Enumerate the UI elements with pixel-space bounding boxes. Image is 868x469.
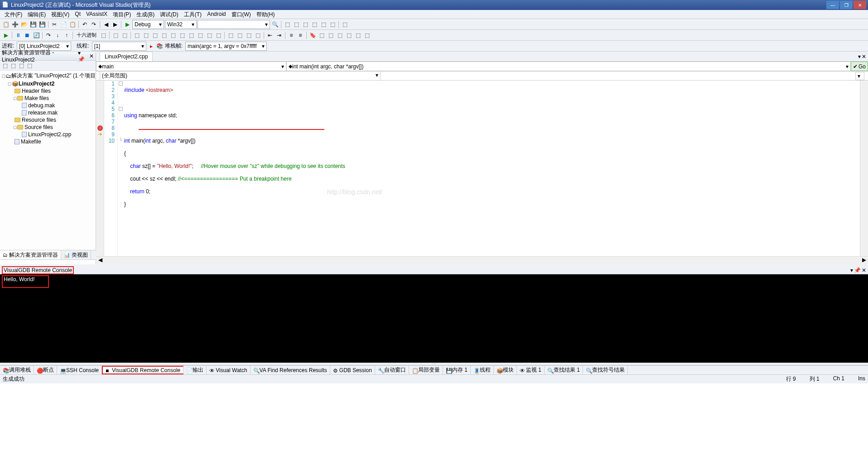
editor-tab-active[interactable]: LinuxProject2.cpp xyxy=(100,52,153,61)
refresh-icon[interactable]: ⬚ xyxy=(17,62,25,70)
go-button[interactable]: ✔Go xyxy=(851,62,868,71)
misc-icon-1[interactable]: ⬚ xyxy=(318,31,326,39)
cpp-file[interactable]: LinuxProject2.cpp xyxy=(1,131,95,138)
pause-icon[interactable]: ⏸ xyxy=(14,31,22,39)
source-folder[interactable]: ▢Source files xyxy=(1,124,95,131)
paste-icon[interactable]: 📋 xyxy=(68,20,77,29)
open-icon[interactable]: 📂 xyxy=(20,20,28,29)
tb-icon-4[interactable]: ⬚ xyxy=(310,20,318,29)
tab-threads[interactable]: 🧵线程 xyxy=(471,366,494,374)
tb-icon-6[interactable]: ⬚ xyxy=(328,20,337,29)
step-into-icon[interactable]: ↓ xyxy=(53,31,62,39)
tab-solution-explorer[interactable]: 🗂解决方案资源管理器 xyxy=(0,250,61,259)
panel-close-icon[interactable]: ✕ xyxy=(89,53,94,59)
global-scope-dropdown[interactable]: (全局范围)▾ xyxy=(100,71,381,81)
tab-class-view[interactable]: 📊类视图 xyxy=(61,250,91,259)
tb-icon-5[interactable]: ⬚ xyxy=(319,20,328,29)
save-icon[interactable]: 💾 xyxy=(29,20,37,29)
menu-window[interactable]: 窗口(W) xyxy=(229,10,254,19)
thread-combo[interactable]: [1]▾ xyxy=(92,42,146,51)
dbg-icon-9[interactable]: ⬚ xyxy=(187,31,195,39)
console-pin-icon[interactable]: 📌 xyxy=(854,267,861,273)
tb-icon-7[interactable]: ⬚ xyxy=(341,20,349,29)
tb-icon-3[interactable]: ⬚ xyxy=(301,20,309,29)
stack-combo[interactable]: main(argc = 1, argv = 0x7fffff▾ xyxy=(185,42,267,51)
pin-icon[interactable]: ▾ 📌 xyxy=(78,50,87,62)
menu-build[interactable]: 生成(B) xyxy=(134,10,157,19)
copy-icon[interactable]: 📄 xyxy=(59,20,68,29)
dbg-icon-a[interactable]: ⬚ xyxy=(196,31,204,39)
platform-combo[interactable]: Win32▾ xyxy=(165,20,197,29)
tab-gdb[interactable]: ⚙GDB Session xyxy=(330,366,375,374)
dbg-icon-b[interactable]: ⬚ xyxy=(205,31,213,39)
makefile-file[interactable]: Makefile xyxy=(1,138,95,145)
menu-vassistx[interactable]: VAssistX xyxy=(83,10,110,19)
code-content[interactable]: #include <iostream> using namespace std;… xyxy=(123,81,860,256)
tab-close-icon[interactable]: ✕ xyxy=(862,53,866,60)
code-editor[interactable]: ➜ 12345678910 --└ #include <iostream> us… xyxy=(96,81,868,256)
find-combo[interactable]: ▾ xyxy=(198,20,270,29)
console-panel[interactable]: Hello, World! xyxy=(0,274,868,363)
step-over-icon[interactable]: ↷ xyxy=(44,31,53,39)
tab-findsymbols[interactable]: 🔍查找符号结果 xyxy=(583,366,628,374)
properties-icon[interactable]: ⬚ xyxy=(1,62,9,70)
menu-project[interactable]: 项目(P) xyxy=(110,10,134,19)
tab-ssh[interactable]: 💻SSH Console xyxy=(57,366,102,374)
dbg-icon-e[interactable]: ⬚ xyxy=(236,31,244,39)
misc-icon-5[interactable]: ⬚ xyxy=(354,31,362,39)
breakpoint-marker[interactable] xyxy=(97,125,103,131)
dbg-icon-1[interactable]: ⬚ xyxy=(111,31,120,39)
restart-icon[interactable]: 🔄 xyxy=(32,31,40,39)
misc-icon-2[interactable]: ⬚ xyxy=(327,31,335,39)
hex-toggle[interactable]: ⬚ xyxy=(99,31,107,39)
solution-node[interactable]: ▢🗂 解决方案 "LinuxProject2" (1 个项目) xyxy=(1,72,95,80)
dbg-icon-4[interactable]: ⬚ xyxy=(142,31,150,39)
menu-debug[interactable]: 调试(D) xyxy=(157,10,181,19)
tab-modules[interactable]: 📦模块 xyxy=(494,366,517,374)
save-all-icon[interactable]: 💾 xyxy=(38,20,46,29)
scope-dropdown-2[interactable]: ▾ xyxy=(855,72,864,80)
misc-icon-6[interactable]: ⬚ xyxy=(363,31,371,39)
tab-vgdb-console[interactable]: ■VisualGDB Remote Console xyxy=(102,366,183,374)
dbg-icon-7[interactable]: ⬚ xyxy=(169,31,177,39)
config-combo[interactable]: Debug▾ xyxy=(132,20,164,29)
indent-left-icon[interactable]: ⇤ xyxy=(266,31,274,39)
step-out-icon[interactable]: ↑ xyxy=(63,31,71,39)
menu-tools[interactable]: 工具(T) xyxy=(181,10,204,19)
tab-findresults[interactable]: 🔍查找结果 1 xyxy=(545,366,583,374)
nav-fwd-icon[interactable]: ▶ xyxy=(111,20,119,29)
minimize-button[interactable]: — xyxy=(826,1,839,9)
bookmark-icon[interactable]: 🔖 xyxy=(309,31,317,39)
menu-help[interactable]: 帮助(H) xyxy=(254,10,278,19)
debug-mak-file[interactable]: debug.mak xyxy=(1,102,95,109)
start-debug-icon[interactable]: ▶ xyxy=(123,20,131,29)
continue-icon[interactable]: ▶ xyxy=(2,31,10,39)
find-icon[interactable]: 🔍 xyxy=(271,20,279,29)
horizontal-scrollbar[interactable]: ◀ ▶ xyxy=(96,256,868,264)
misc-icon-4[interactable]: ⬚ xyxy=(345,31,353,39)
tb-icon-1[interactable]: ⬚ xyxy=(283,20,291,29)
dbg-icon-3[interactable]: ⬚ xyxy=(133,31,141,39)
fold-gutter[interactable]: --└ xyxy=(118,81,123,256)
dbg-icon-2[interactable]: ⬚ xyxy=(121,31,129,39)
maximize-button[interactable]: ❐ xyxy=(840,1,853,9)
stop-icon[interactable]: ⏹ xyxy=(23,31,31,39)
tab-callstack[interactable]: 📚调用堆栈 xyxy=(0,366,34,374)
comment-icon[interactable]: ≡ xyxy=(287,31,295,39)
close-button[interactable]: ✕ xyxy=(854,1,866,9)
release-mak-file[interactable]: release.mak xyxy=(1,109,95,116)
menu-qt[interactable]: Qt xyxy=(72,10,83,19)
vertical-scrollbar[interactable] xyxy=(860,81,868,256)
console-dropdown-icon[interactable]: ▾ xyxy=(850,267,853,273)
tab-memory[interactable]: 💾内存 1 xyxy=(443,366,471,374)
breakpoint-gutter[interactable]: ➜ xyxy=(96,81,104,256)
view-icon[interactable]: ⬚ xyxy=(25,62,34,70)
dbg-icon-d[interactable]: ⬚ xyxy=(227,31,235,39)
new-project-icon[interactable]: 📋 xyxy=(2,20,10,29)
undo-icon[interactable]: ↶ xyxy=(81,20,89,29)
scope-dropdown[interactable]: ◆ main▾ xyxy=(96,62,286,71)
show-all-icon[interactable]: ⬚ xyxy=(9,62,17,70)
member-dropdown[interactable]: ◆ int main(int argc, char *argv[])▾ xyxy=(286,62,851,71)
dbg-icon-8[interactable]: ⬚ xyxy=(178,31,186,39)
tb-icon-2[interactable]: ⬚ xyxy=(292,20,300,29)
